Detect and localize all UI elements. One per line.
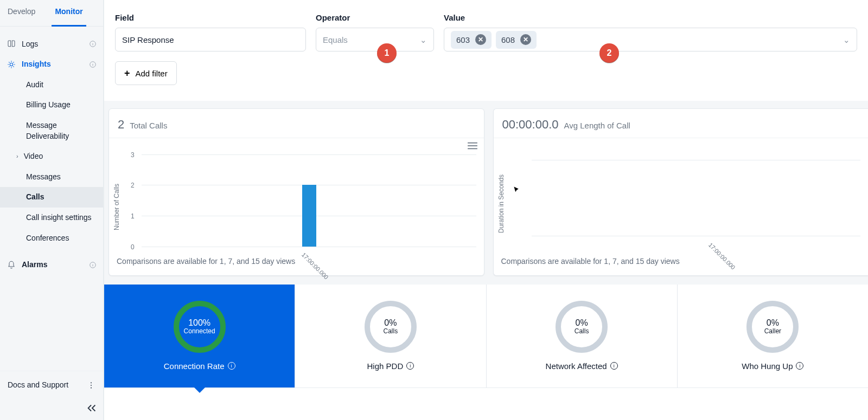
cursor-icon	[513, 186, 521, 193]
gauge-pct: 0%	[576, 318, 588, 328]
operator-select[interactable]: Equals ⌄	[316, 28, 434, 51]
nav-audit[interactable]: Audit	[0, 75, 103, 95]
gridline	[532, 236, 861, 236]
stat-tile-network-affected[interactable]: 0%CallsNetwork Affectedi	[487, 285, 678, 387]
nav-call-insight-settings[interactable]: Call insight settings	[0, 208, 103, 228]
nav-calls-label: Calls	[26, 192, 44, 201]
info-icon[interactable]: i	[228, 362, 235, 370]
total-calls-title: Total Calls	[130, 120, 167, 131]
card-total-calls: 2 Total Calls Number of Calls 012317:00:…	[108, 108, 484, 276]
gauge-pct: 0%	[384, 318, 397, 328]
tab-monitor[interactable]: Monitor	[52, 7, 86, 27]
nav-logs-label: Logs	[22, 39, 38, 50]
gridline: 3	[142, 154, 476, 155]
stats-row: 100%ConnectedConnection Ratei0%CallsHigh…	[104, 285, 868, 387]
avg-length-value: 00:00:00.0	[502, 117, 559, 133]
tile-title: Network Affectedi	[546, 360, 618, 372]
gauge-sub: Caller	[764, 328, 781, 335]
card-note: Comparisons are available for 1, 7, and …	[494, 251, 869, 276]
remove-chip-icon[interactable]: ✕	[475, 34, 486, 45]
add-filter-label: Add filter	[136, 69, 168, 78]
gauge-pct: 100%	[188, 318, 210, 328]
chevron-down-icon: ⌄	[843, 34, 850, 46]
nav-alarms[interactable]: Alarms	[0, 255, 103, 275]
info-icon[interactable]	[89, 61, 97, 68]
chevron-down-icon: ⌄	[420, 34, 427, 46]
more-icon[interactable]	[87, 381, 95, 390]
gridline	[532, 160, 861, 160]
nav-video[interactable]: › Video	[0, 146, 103, 167]
filter-value: Value 603 ✕ 608 ✕ ⌄	[444, 12, 857, 51]
bar[interactable]	[302, 185, 316, 246]
nav-billing-usage[interactable]: Billing Usage	[0, 95, 103, 115]
nav-insights-label: Insights	[22, 59, 51, 70]
value-chip-603[interactable]: 603 ✕	[451, 31, 492, 49]
ytick-label: 2	[131, 181, 135, 190]
insights-icon	[7, 60, 16, 69]
nav-logs[interactable]: Logs	[0, 34, 103, 55]
gauge-ring: 100%Connected	[174, 301, 226, 353]
primary-tabs: Develop Monitor	[0, 0, 103, 27]
total-calls-count: 2	[118, 117, 124, 133]
gauge-ring: 0%Calls	[556, 301, 608, 353]
field-input[interactable]: SIP Response	[115, 28, 306, 51]
nav-insights[interactable]: Insights	[0, 54, 103, 75]
divider	[104, 387, 868, 388]
chevron-right-icon: ›	[16, 152, 18, 160]
nav-message-deliverability[interactable]: Message Deliverability	[0, 115, 103, 146]
gauge-sub: Calls	[384, 328, 398, 335]
info-icon[interactable]: i	[796, 362, 803, 370]
value-chip-608[interactable]: 608 ✕	[496, 31, 537, 49]
stat-tile-high-pdd[interactable]: 0%CallsHigh PDDi	[295, 285, 486, 387]
chevrons-left-icon	[86, 404, 98, 412]
nav-calls[interactable]: Calls	[0, 187, 103, 208]
nav-docs-support[interactable]: Docs and Support	[0, 371, 103, 399]
nav-messages[interactable]: Messages	[0, 167, 103, 188]
info-icon[interactable]: i	[406, 362, 414, 370]
field-label: Field	[115, 12, 306, 23]
svg-point-5	[91, 385, 92, 386]
ytick-label: 1	[131, 212, 135, 221]
avg-length-title: Avg Length of Call	[564, 120, 630, 131]
sidebar: Develop Monitor Logs Insights	[0, 0, 104, 420]
tile-title: High PDDi	[367, 360, 414, 372]
callout-badge-2: 2	[599, 43, 619, 63]
tab-develop[interactable]: Develop	[4, 7, 39, 26]
card-avg-length: 00:00:00.0 Avg Length of Call Duration i…	[493, 108, 869, 276]
svg-point-4	[91, 382, 92, 383]
info-icon[interactable]: i	[610, 362, 618, 370]
nav-video-label: Video	[24, 151, 43, 162]
info-icon[interactable]	[89, 261, 97, 269]
charts-row: 2 Total Calls Number of Calls 012317:00:…	[104, 101, 868, 285]
operator-label: Operator	[316, 12, 434, 23]
info-icon[interactable]	[89, 40, 97, 48]
chip-label: 603	[456, 34, 470, 46]
bar-chart: 012317:00:00.000	[142, 144, 476, 247]
gridline: 0	[142, 247, 476, 247]
tile-title: Connection Ratei	[164, 360, 235, 372]
nav-conferences[interactable]: Conferences	[0, 228, 103, 249]
value-input[interactable]: 603 ✕ 608 ✕ ⌄	[444, 28, 857, 51]
filters-panel: Field SIP Response Operator Equals ⌄ Val…	[104, 0, 868, 101]
gauge-pct: 0%	[767, 318, 779, 328]
nav-messages-label: Messages	[26, 172, 61, 181]
stat-tile-connection-rate[interactable]: 100%ConnectedConnection Ratei	[104, 285, 295, 387]
filter-operator: Operator Equals ⌄	[316, 12, 434, 51]
svg-point-6	[91, 387, 92, 389]
y-axis-label: Number of Calls	[112, 184, 122, 230]
stat-tile-who-hung-up[interactable]: 0%CallerWho Hung Upi	[678, 285, 868, 387]
gauge-ring: 0%Calls	[365, 301, 417, 353]
remove-chip-icon[interactable]: ✕	[520, 34, 531, 45]
collapse-sidebar[interactable]	[0, 399, 103, 420]
active-indicator	[194, 387, 205, 393]
gauge-ring: 0%Caller	[746, 301, 799, 353]
card-note: Comparisons are available for 1, 7, and …	[109, 251, 484, 276]
nav-alarms-label: Alarms	[22, 260, 47, 270]
gauge-sub: Calls	[575, 328, 589, 335]
gauge-sub: Connected	[184, 328, 215, 335]
nav-docs-label: Docs and Support	[8, 380, 68, 391]
nav-audit-label: Audit	[26, 80, 43, 89]
bell-icon	[7, 261, 16, 269]
add-filter-button[interactable]: + Add filter	[115, 61, 177, 85]
filter-field: Field SIP Response	[115, 12, 306, 51]
